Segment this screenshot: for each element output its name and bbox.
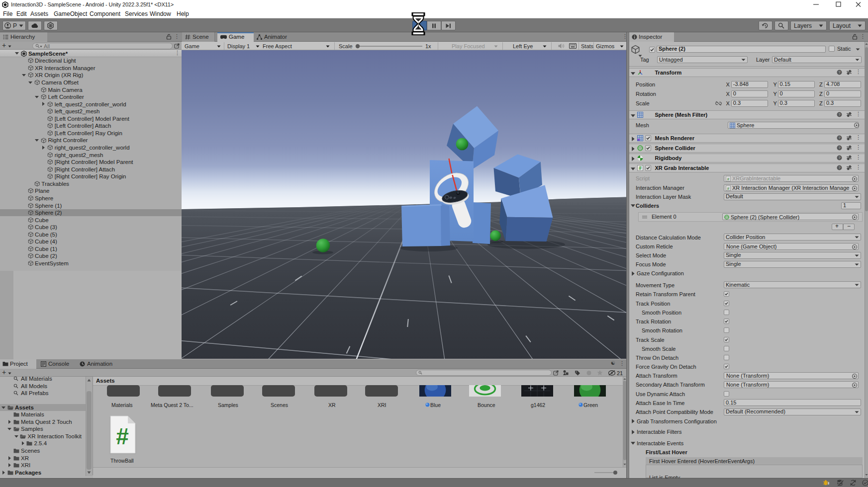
svg-text:?: ?	[838, 70, 841, 75]
svg-text:?: ?	[838, 146, 841, 150]
svg-text:?: ?	[838, 156, 841, 160]
svg-text:#: #	[116, 423, 129, 449]
svg-text:?: ?	[838, 136, 841, 140]
svg-text:?: ?	[838, 165, 841, 170]
svg-text:#: #	[639, 165, 642, 171]
svg-text:#: #	[727, 176, 730, 181]
svg-text:#: #	[727, 186, 730, 190]
svg-text:?: ?	[838, 112, 841, 117]
